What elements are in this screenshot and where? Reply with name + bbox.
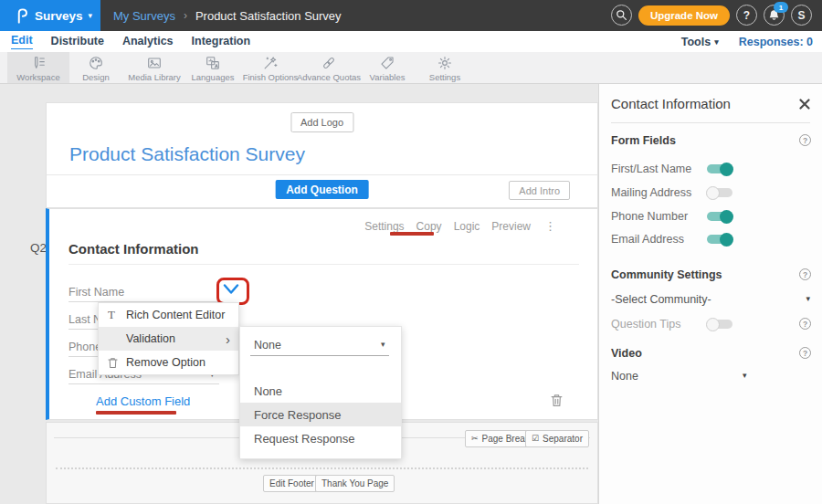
magic-wand-icon — [262, 55, 279, 71]
tools-label: Tools — [681, 36, 711, 48]
question-copy-link[interactable]: Copy — [416, 220, 442, 233]
rich-text-icon: T — [108, 308, 126, 322]
palette-icon — [88, 55, 104, 71]
breadcrumb: My Surveys › Product Satisfaction Survey — [113, 0, 342, 31]
edit-footer-button[interactable]: Edit Footer — [263, 475, 321, 492]
settings-sidebar: Contact Information Form Fields ? First/… — [598, 84, 822, 504]
add-question-button[interactable]: Add Question — [275, 180, 369, 199]
nav-right: Tools ▾ Responses: 0 — [681, 31, 813, 52]
toggle-mailing-address[interactable] — [707, 188, 732, 197]
toolbar-item-advance-quotas[interactable]: Advance Quotas — [298, 52, 360, 83]
toolbar-item-finish-options[interactable]: Finish Options — [239, 52, 301, 83]
product-switcher[interactable]: Surveys ▾ — [0, 0, 100, 31]
thank-you-page-button[interactable]: Thank You Page — [315, 475, 395, 492]
avatar[interactable]: S — [791, 5, 812, 26]
field-underline — [68, 383, 219, 384]
add-intro-button[interactable]: Add Intro — [509, 181, 570, 200]
image-icon — [146, 55, 163, 71]
breadcrumb-current: Product Satisfaction Survey — [195, 9, 342, 23]
scissors-icon: ✂ — [471, 435, 479, 443]
divider — [47, 174, 597, 175]
search-icon — [616, 9, 627, 21]
video-dropdown[interactable]: None — [611, 370, 638, 383]
menu-item-rich-content-editor[interactable]: T Rich Content Editor — [99, 303, 238, 327]
survey-header-card: Add Logo Product Satisfaction Survey Add… — [46, 102, 598, 208]
field-first-name[interactable]: First Name — [68, 286, 124, 299]
add-custom-field-link[interactable]: Add Custom Field — [96, 394, 190, 408]
toggle-first-last-name[interactable] — [707, 164, 732, 173]
tab-distribute[interactable]: Distribute — [51, 35, 104, 49]
breadcrumb-separator-icon: › — [184, 9, 187, 22]
tools-menu[interactable]: Tools ▾ — [681, 36, 719, 48]
toggle-label-email-address: Email Address — [611, 233, 684, 246]
responses-count[interactable]: Responses: 0 — [739, 36, 813, 48]
chain-link-icon — [321, 55, 337, 71]
search-button[interactable] — [611, 5, 632, 26]
more-options-icon[interactable]: ⋮ — [544, 219, 556, 233]
help-button[interactable]: ? — [736, 5, 757, 26]
field-phone[interactable]: Phone — [68, 341, 101, 353]
divider — [611, 122, 810, 123]
annotation-underline-add-custom-field — [96, 411, 176, 415]
help-icon[interactable]: ? — [799, 318, 811, 330]
toolbar-item-media-library[interactable]: Media Library — [123, 52, 185, 83]
validation-option-none[interactable]: None — [240, 379, 401, 403]
community-settings-heading: Community Settings — [611, 268, 722, 281]
breadcrumb-my-surveys[interactable]: My Surveys — [113, 9, 175, 23]
caret-down-icon[interactable]: ▾ — [381, 340, 385, 349]
notifications-button[interactable]: 1 — [764, 5, 785, 26]
add-logo-button[interactable]: Add Logo — [290, 112, 353, 132]
chevron-down-icon: ▾ — [714, 37, 719, 47]
question-number: Q2 — [30, 241, 47, 255]
form-fields-heading: Form Fields — [611, 134, 676, 147]
trash-icon — [108, 357, 118, 369]
editor-toolbar: Workspace Design Media Library Languages… — [0, 52, 822, 84]
toolbar-item-variables[interactable]: Variables — [356, 52, 418, 83]
toggle-phone-number[interactable] — [707, 212, 732, 221]
survey-title[interactable]: Product Satisfaction Survey — [69, 143, 305, 165]
chevron-down-icon: ▾ — [88, 12, 92, 20]
question-title[interactable]: Contact Information — [68, 241, 199, 257]
upgrade-button[interactable]: Upgrade Now — [638, 5, 730, 26]
annotation-circle-chevron — [216, 278, 249, 305]
help-icon[interactable]: ? — [799, 134, 811, 146]
menu-item-validation[interactable]: Validation › — [99, 327, 238, 351]
upgrade-label: Upgrade Now — [650, 10, 718, 21]
header-actions: Upgrade Now ? 1 S — [611, 5, 812, 26]
top-header: Surveys ▾ My Surveys › Product Satisfact… — [0, 0, 822, 31]
toolbar-item-design[interactable]: Design — [65, 52, 127, 83]
caret-down-icon[interactable]: ▾ — [806, 294, 810, 303]
avatar-initial: S — [797, 10, 805, 21]
annotation-underline-settings — [390, 232, 434, 236]
separator-button[interactable]: ☑ Separator — [525, 430, 589, 447]
tab-edit[interactable]: Edit — [11, 34, 33, 49]
help-icon[interactable]: ? — [799, 268, 811, 280]
tab-analytics[interactable]: Analytics — [122, 35, 174, 49]
help-icon[interactable]: ? — [799, 347, 811, 359]
question-settings-link[interactable]: Settings — [364, 220, 404, 233]
validation-select-value[interactable]: None — [254, 339, 281, 352]
select-underline — [250, 355, 389, 356]
select-community-dropdown[interactable]: -Select Community- — [611, 293, 711, 306]
delete-question-trash-icon[interactable] — [551, 394, 563, 407]
validation-option-force-response[interactable]: Force Response — [240, 403, 401, 426]
caret-down-icon[interactable]: ▾ — [743, 371, 747, 380]
question-preview-link[interactable]: Preview — [491, 220, 531, 233]
question-actions: Settings Copy Logic Preview ⋮ — [364, 219, 556, 233]
toggle-email-address[interactable] — [707, 235, 732, 244]
question-logic-link[interactable]: Logic — [454, 220, 480, 233]
help-icon: ? — [743, 10, 750, 21]
toggle-question-tips[interactable] — [707, 320, 732, 329]
checkbox-icon: ☑ — [532, 435, 539, 443]
close-icon[interactable] — [799, 99, 810, 110]
chevron-right-icon: › — [226, 332, 230, 346]
menu-item-remove-option[interactable]: Remove Option — [99, 351, 238, 374]
tab-integration[interactable]: Integration — [192, 35, 251, 49]
validation-option-request-response[interactable]: Request Response — [240, 426, 401, 450]
toolbar-item-languages[interactable]: Languages — [182, 52, 244, 83]
toolbar-item-settings[interactable]: Settings — [414, 52, 476, 83]
dotted-divider — [56, 467, 588, 469]
toolbar-item-workspace[interactable]: Workspace — [7, 52, 69, 83]
gear-icon — [437, 55, 453, 71]
video-heading: Video — [611, 347, 642, 360]
